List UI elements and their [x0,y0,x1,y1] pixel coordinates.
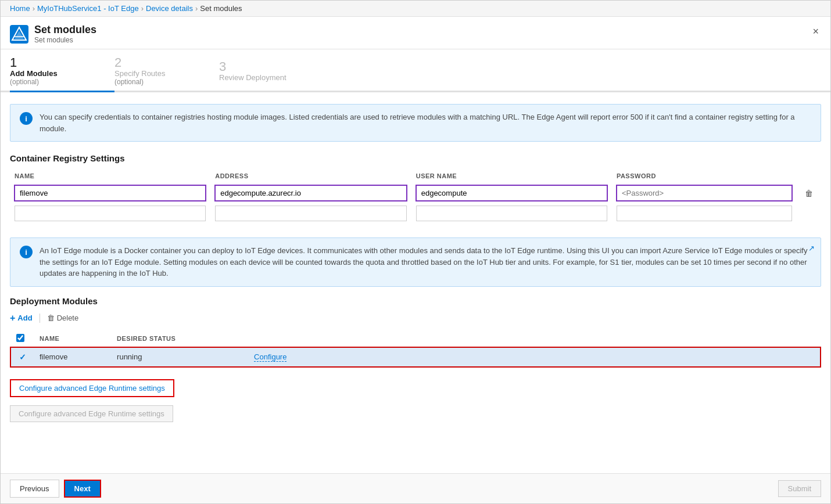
breadcrumb: Home › MyIoTHubService1 - IoT Edge › Dev… [1,1,830,17]
external-link-icon[interactable]: ↗ [808,244,815,253]
step-1-sublabel: (optional) [10,78,114,86]
configure-advanced-button[interactable]: Configure advanced Edge Runtime settings [10,379,174,397]
delete-module-button[interactable]: 🗑 Delete [47,314,79,322]
wizard-steps: 1 Add Modules (optional) 2 Specify Route… [1,49,830,92]
step-2-label: Specify Routes [114,69,219,78]
azure-icon [10,25,28,44]
deployment-section-title: Deployment Modules [10,296,821,306]
registry-section-title: Container Registry Settings [10,153,821,163]
step-2-number: 2 [114,56,219,69]
page-header: Set modules Set modules × [1,17,830,49]
module-status-cell: running [111,347,248,367]
wizard-step-3[interactable]: 3 Review Deployment [219,60,324,87]
registry-info-box: i You can specify credentials to contain… [10,104,821,142]
col-name: NAME [10,170,210,183]
registry-address-input-2[interactable] [215,206,407,221]
step-2-sublabel: (optional) [114,78,219,86]
configure-link[interactable]: Configure [254,352,286,362]
page-subtitle: Set modules [34,36,96,44]
wizard-step-1[interactable]: 1 Add Modules (optional) [10,56,114,91]
main-content: i You can specify credentials to contain… [1,92,830,473]
breadcrumb-device-details[interactable]: Device details [146,4,193,13]
module-name-cell: filemove [34,347,111,367]
add-module-button[interactable]: + Add [10,313,33,323]
page-title: Set modules [34,24,96,36]
module-col-name: NAME [34,330,111,347]
step-3-number: 3 [219,60,324,73]
breadcrumb-home[interactable]: Home [10,4,30,13]
modules-table: NAME DESIRED STATUS ✓ filemove running C… [10,330,821,368]
step-3-label: Review Deployment [219,73,324,82]
breadcrumb-sep-2: › [141,4,144,13]
registry-password-input-2[interactable] [617,206,792,221]
registry-username-input-2[interactable] [416,206,607,221]
breadcrumb-sep-1: › [33,4,35,13]
module-row-filemove: ✓ filemove running Configure [10,347,821,367]
trash-icon: 🗑 [47,314,55,322]
breadcrumb-sep-3: › [195,4,198,13]
select-all-checkbox[interactable] [16,334,24,342]
col-password: PASSWORD [612,170,797,183]
col-username: USER NAME [411,170,612,183]
registry-table: NAME ADDRESS USER NAME PASSWORD 🗑 [10,170,821,224]
breadcrumb-current: Set modules [200,4,242,13]
checkmark-icon: ✓ [19,352,26,362]
module-check-cell: ✓ [17,352,28,362]
wizard-step-2[interactable]: 2 Specify Routes (optional) [114,56,219,91]
deploy-info-text: An IoT Edge module is a Docker container… [40,245,811,279]
step-1-number: 1 [10,56,114,69]
registry-name-input-1[interactable] [15,185,206,201]
footer-left: Previous Next [10,480,101,498]
next-button[interactable]: Next [64,480,101,498]
module-col-action [248,330,335,347]
deploy-actions: + Add 🗑 Delete [10,313,821,323]
step-1-label: Add Modules [10,69,114,78]
close-button[interactable]: × [810,24,821,39]
col-address: ADDRESS [210,170,411,183]
registry-row-2 [10,203,821,224]
module-col-status: DESIRED STATUS [111,330,248,347]
registry-delete-button-1[interactable]: 🗑 [801,188,816,199]
submit-button[interactable]: Submit [778,480,821,497]
breadcrumb-iot-edge[interactable]: MyIoTHubService1 - IoT Edge [37,4,139,13]
action-divider [40,314,40,323]
delete-label: Delete [57,314,79,322]
info-icon-2: i [20,246,33,258]
footer: Previous Next Submit [1,473,830,503]
registry-info-text: You can specify credentials to container… [40,111,811,134]
deploy-info-box: i An IoT Edge module is a Docker contain… [10,237,821,287]
registry-password-input-1[interactable] [617,185,792,201]
plus-icon: + [10,313,15,323]
registry-name-input-2[interactable] [15,206,206,221]
previous-button[interactable]: Previous [10,480,59,498]
registry-row-1: 🗑 [10,183,821,203]
registry-address-input-1[interactable] [215,185,407,201]
registry-username-input-1[interactable] [416,185,607,201]
configure-advanced-ghost-button: Configure advanced Edge Runtime settings [10,405,173,422]
info-icon-1: i [20,112,33,125]
add-label: Add [17,314,32,322]
